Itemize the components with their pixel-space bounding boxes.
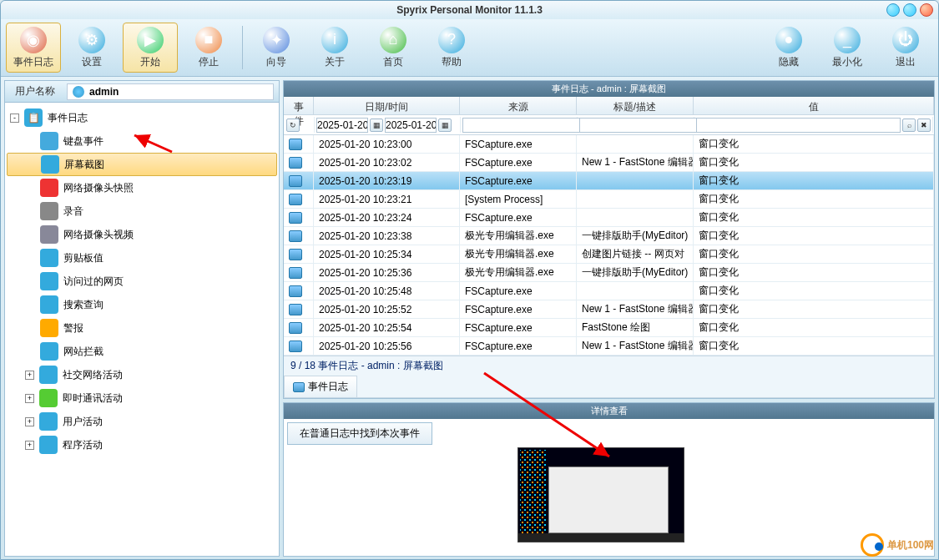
- table-row[interactable]: 2025-01-20 10:23:19 FSCapture.exe 窗口变化: [284, 172, 934, 190]
- expand-icon[interactable]: +: [25, 371, 34, 380]
- toolbar-button[interactable]: ⏻退出: [878, 23, 933, 73]
- calendar-icon[interactable]: ▦: [438, 119, 452, 132]
- close-icon[interactable]: [920, 3, 933, 17]
- detail-panel: 详情查看 在普通日志中找到本次事件: [283, 402, 935, 557]
- calendar-icon[interactable]: ▦: [370, 119, 383, 132]
- toolbar-icon: ?: [438, 27, 465, 53]
- tree-item[interactable]: 网络摄像头快照: [7, 176, 277, 199]
- search-icon[interactable]: ⌕: [902, 119, 916, 132]
- table-row[interactable]: 2025-01-20 10:25:54 FSCapture.exe FastSt…: [284, 319, 934, 337]
- toolbar-button[interactable]: ?帮助: [424, 23, 479, 73]
- table-row[interactable]: 2025-01-20 10:25:34 极光专用编辑器.exe 创建图片链接 -…: [284, 245, 934, 264]
- tab-event-log[interactable]: 事件日志: [284, 376, 357, 397]
- maximize-icon[interactable]: [903, 3, 916, 17]
- monitor-icon: [289, 341, 302, 352]
- col-source[interactable]: 来源: [460, 97, 577, 114]
- tree-item[interactable]: 搜索查询: [7, 293, 277, 316]
- col-value[interactable]: 值: [694, 97, 934, 114]
- tree-item[interactable]: 访问过的网页: [7, 270, 277, 293]
- title-bar: Spyrix Personal Monitor 11.1.3: [1, 1, 938, 19]
- category-tree: -📋事件日志 键盘事件屏幕截图网络摄像头快照录音网络摄像头视频剪贴板值访问过的网…: [5, 103, 279, 556]
- category-icon: [39, 366, 58, 384]
- source-filter-input[interactable]: [462, 118, 589, 133]
- category-icon: [39, 436, 58, 454]
- category-icon: [40, 132, 58, 150]
- col-datetime[interactable]: 日期/时间: [314, 97, 460, 114]
- tree-item[interactable]: 录音: [7, 199, 277, 223]
- sidebar-header: 用户名称: [7, 84, 63, 98]
- expand-icon[interactable]: +: [25, 394, 34, 403]
- tree-root[interactable]: -📋事件日志: [7, 106, 277, 129]
- table-row[interactable]: 2025-01-20 10:23:02 FSCapture.exe New 1 …: [284, 154, 934, 172]
- toolbar-button[interactable]: ◉事件日志: [6, 23, 61, 73]
- tree-item-expandable[interactable]: +用户活动: [7, 410, 277, 433]
- table-row[interactable]: 2025-01-20 10:25:48 FSCapture.exe 窗口变化: [284, 282, 934, 300]
- tree-item[interactable]: 屏幕截图: [7, 153, 277, 176]
- table-row[interactable]: 2025-01-20 10:25:36 极光专用编辑器.exe 一键排版助手(M…: [284, 264, 934, 282]
- monitor-icon: [289, 194, 302, 205]
- monitor-icon: [289, 230, 302, 242]
- refresh-icon[interactable]: ↻: [286, 119, 300, 132]
- collapse-icon[interactable]: -: [10, 114, 19, 123]
- toolbar-icon: ⚙: [78, 27, 105, 53]
- window-title: Spyrix Personal Monitor 11.1.3: [396, 1, 543, 19]
- table-row[interactable]: 2025-01-20 10:23:21 [System Process] 窗口变…: [284, 190, 934, 209]
- date-from-input[interactable]: [316, 118, 368, 133]
- tree-item-expandable[interactable]: +程序活动: [7, 433, 277, 457]
- title-filter-input[interactable]: [579, 118, 706, 133]
- table-row[interactable]: 2025-01-20 10:25:52 FSCapture.exe New 1 …: [284, 300, 934, 319]
- category-icon: [40, 319, 58, 337]
- col-event[interactable]: 事件: [284, 97, 314, 114]
- tree-item[interactable]: 网络摄像头视频: [7, 223, 277, 246]
- table-row[interactable]: 2025-01-20 10:23:00 FSCapture.exe 窗口变化: [284, 135, 934, 154]
- toolbar-button[interactable]: ●隐藏: [761, 23, 816, 73]
- toolbar-icon: ⏻: [892, 27, 919, 53]
- tree-item[interactable]: 键盘事件: [7, 129, 277, 153]
- toolbar-button[interactable]: i关于: [307, 23, 362, 73]
- main-toolbar: ◉事件日志⚙设置▶开始■停止✦向导i关于⌂首页?帮助●隐藏_最小化⏻退出: [1, 19, 938, 77]
- monitor-icon: [289, 267, 302, 279]
- tree-item[interactable]: 网站拦截: [7, 340, 277, 363]
- expand-icon[interactable]: +: [25, 417, 34, 426]
- find-in-log-button[interactable]: 在普通日志中找到本次事件: [287, 422, 432, 445]
- category-icon: [39, 389, 58, 407]
- category-icon: [40, 295, 58, 314]
- tree-item-expandable[interactable]: +社交网络活动: [7, 363, 277, 386]
- value-filter-input[interactable]: [696, 118, 901, 133]
- user-name: admin: [89, 86, 119, 98]
- monitor-icon: [289, 304, 302, 315]
- tree-item-expandable[interactable]: +即时通讯活动: [7, 386, 277, 410]
- col-title[interactable]: 标题/描述: [577, 97, 694, 114]
- clear-icon[interactable]: ✖: [917, 119, 931, 132]
- toolbar-button[interactable]: ⌂首页: [366, 23, 421, 73]
- category-icon: [40, 342, 58, 361]
- logo-icon: [861, 533, 884, 557]
- category-icon: [40, 225, 58, 244]
- expand-icon[interactable]: +: [25, 441, 34, 450]
- user-icon: [73, 86, 84, 98]
- log-panel: 事件日志 - admin : 屏幕截图 事件 日期/时间 来源 标题/描述 值 …: [283, 80, 935, 399]
- toolbar-icon: ■: [195, 27, 222, 53]
- table-row[interactable]: 2025-01-20 10:23:38 极光专用编辑器.exe 一键排版助手(M…: [284, 227, 934, 245]
- minimize-icon[interactable]: [886, 3, 900, 17]
- tree-item[interactable]: 警报: [7, 316, 277, 340]
- screenshot-thumbnail[interactable]: [517, 447, 684, 542]
- table-row[interactable]: 2025-01-20 10:25:56 FSCapture.exe New 1 …: [284, 337, 934, 356]
- monitor-icon: [289, 249, 302, 260]
- monitor-icon: [289, 285, 302, 297]
- category-icon: [39, 412, 58, 431]
- category-icon: [40, 249, 58, 267]
- category-icon: [41, 155, 59, 174]
- toolbar-button[interactable]: _最小化: [820, 23, 875, 73]
- grid-header: 事件 日期/时间 来源 标题/描述 值: [284, 97, 934, 115]
- date-to-input[interactable]: [385, 118, 437, 133]
- toolbar-button[interactable]: ■停止: [181, 23, 236, 73]
- toolbar-button[interactable]: ✦向导: [249, 23, 304, 73]
- tree-item[interactable]: 剪贴板值: [7, 246, 277, 270]
- toolbar-icon: ▶: [137, 27, 164, 53]
- toolbar-button[interactable]: ▶开始: [123, 23, 178, 73]
- user-select[interactable]: admin: [67, 83, 274, 100]
- table-row[interactable]: 2025-01-20 10:23:24 FSCapture.exe 窗口变化: [284, 209, 934, 227]
- toolbar-button[interactable]: ⚙设置: [64, 23, 119, 73]
- log-icon: 📋: [24, 108, 43, 127]
